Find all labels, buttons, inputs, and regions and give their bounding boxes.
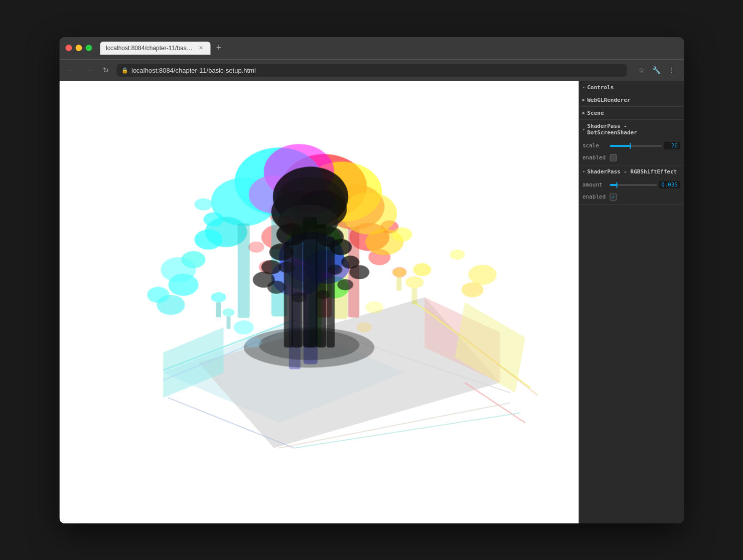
title-bar: localhost:8084/chapter-11/basic-se ✕ + <box>59 37 684 59</box>
mushroom-scene-svg <box>59 81 578 523</box>
svg-rect-95 <box>226 316 230 329</box>
svg-point-91 <box>258 330 359 360</box>
dot-shader-header[interactable]: ▾ ShaderPass - DotScreenShader <box>578 120 684 139</box>
more-menu-icon[interactable]: ⋮ <box>665 64 678 77</box>
content-area: ▾ Controls ▶ WebGLRenderer ▶ Scene <box>59 81 684 523</box>
amount-value: 0.035 <box>659 181 680 189</box>
scene-header[interactable]: ▶ Scene <box>578 107 684 119</box>
svg-rect-93 <box>216 302 221 317</box>
svg-point-49 <box>147 286 169 302</box>
svg-point-47 <box>161 257 196 282</box>
svg-rect-99 <box>411 288 417 304</box>
back-button[interactable]: ← <box>65 64 78 77</box>
tab-close-icon[interactable]: ✕ <box>197 45 204 52</box>
scene-chevron: ▶ <box>582 110 585 115</box>
svg-point-34 <box>413 263 431 276</box>
svg-point-86 <box>267 280 285 293</box>
maximize-button[interactable] <box>85 45 92 51</box>
rgb-enabled-label: enabled <box>582 194 608 200</box>
lock-icon: 🔒 <box>121 67 128 74</box>
amount-slider-thumb <box>616 182 617 188</box>
amount-slider-container: 0.035 <box>610 181 680 189</box>
svg-point-88 <box>291 292 306 302</box>
amount-label: amount <box>582 181 608 188</box>
dot-shader-section: ▾ ShaderPass - DotScreenShader scale <box>578 120 684 165</box>
svg-point-96 <box>392 267 406 276</box>
svg-point-101 <box>365 301 383 313</box>
scale-slider-thumb <box>630 143 631 149</box>
scale-label: scale <box>582 142 608 149</box>
webgl-renderer-section: ▶ WebGLRenderer <box>578 94 684 107</box>
scene-section: ▶ Scene <box>578 107 684 120</box>
scale-row: scale 26 <box>578 140 684 152</box>
url-text: localhost:8084/chapter-11/basic-setup.ht… <box>131 67 256 74</box>
svg-point-35 <box>450 249 465 259</box>
webgl-renderer-header[interactable]: ▶ WebGLRenderer <box>578 94 684 106</box>
svg-point-83 <box>349 265 369 279</box>
dot-enabled-label: enabled <box>582 154 608 161</box>
svg-point-33 <box>392 227 412 241</box>
amount-row: amount 0.035 <box>578 179 684 191</box>
scale-slider-fill <box>610 145 631 147</box>
scale-value: 26 <box>664 142 680 149</box>
svg-point-85 <box>328 264 342 274</box>
rgb-shader-label: ShaderPass - RGBShiftEffect <box>587 168 677 175</box>
active-tab[interactable]: localhost:8084/chapter-11/basic-se ✕ <box>100 42 210 55</box>
scene-canvas[interactable] <box>59 81 578 523</box>
svg-point-102 <box>245 337 261 348</box>
controls-panel: ▾ Controls ▶ WebGLRenderer ▶ Scene <box>578 81 684 523</box>
scene-label: Scene <box>587 110 604 116</box>
tab-title: localhost:8084/chapter-11/basic-se <box>106 45 193 52</box>
amount-slider[interactable] <box>610 184 657 186</box>
svg-rect-43 <box>237 223 249 317</box>
svg-point-94 <box>222 308 234 316</box>
controls-chevron: ▾ <box>582 85 585 90</box>
amount-slider-track <box>610 184 657 186</box>
traffic-lights <box>65 45 92 51</box>
svg-point-76 <box>276 223 306 245</box>
address-bar: ← → ↻ 🔒 localhost:8084/chapter-11/basic-… <box>59 59 684 81</box>
controls-title: Controls <box>587 84 614 91</box>
svg-point-29 <box>342 192 397 234</box>
svg-point-84 <box>278 261 294 272</box>
svg-point-50 <box>203 212 223 226</box>
svg-point-37 <box>468 264 496 284</box>
svg-point-78 <box>269 243 293 260</box>
webgl-renderer-label: WebGLRenderer <box>587 97 630 103</box>
scale-slider-track <box>610 145 662 147</box>
svg-rect-97 <box>396 276 401 290</box>
svg-point-51 <box>194 198 212 210</box>
svg-point-103 <box>357 322 372 332</box>
toolbar-icons: ☆ 🔧 ⋮ <box>635 64 678 77</box>
browser-window: localhost:8084/chapter-11/basic-se ✕ + ←… <box>59 37 684 523</box>
url-bar[interactable]: 🔒 localhost:8084/chapter-11/basic-setup.… <box>116 64 627 77</box>
minimize-button[interactable] <box>75 45 82 51</box>
svg-point-100 <box>233 320 253 334</box>
dot-shader-content: scale 26 enab <box>578 139 684 165</box>
dot-enabled-checkbox[interactable] <box>610 154 617 161</box>
svg-point-87 <box>337 279 353 290</box>
controls-header[interactable]: ▾ Controls <box>578 81 684 94</box>
forward-button[interactable]: → <box>82 64 95 77</box>
bookmark-icon[interactable]: ☆ <box>635 64 648 77</box>
rgb-shader-section: ▾ ShaderPass - RGBShiftEffect amount <box>578 165 684 205</box>
scale-slider[interactable] <box>610 145 662 147</box>
rgb-shader-content: amount 0.035 <box>578 178 684 204</box>
tab-bar: localhost:8084/chapter-11/basic-se ✕ + <box>100 42 678 55</box>
svg-point-92 <box>211 292 226 302</box>
new-tab-button[interactable]: + <box>212 42 225 55</box>
svg-point-79 <box>330 239 352 255</box>
amount-slider-fill <box>610 184 617 186</box>
webgl-chevron: ▶ <box>582 97 585 102</box>
rgb-chevron: ▾ <box>582 169 585 174</box>
rgb-enabled-row: enabled ✓ <box>578 191 684 203</box>
svg-point-26 <box>248 241 264 252</box>
reload-button[interactable]: ↻ <box>99 64 112 77</box>
close-button[interactable] <box>65 45 72 51</box>
dot-shader-label: ShaderPass - DotScreenShader <box>587 123 680 136</box>
dot-chevron: ▾ <box>582 127 585 132</box>
scale-slider-container: 26 <box>610 142 680 149</box>
rgb-shader-header[interactable]: ▾ ShaderPass - RGBShiftEffect <box>578 165 684 178</box>
extensions-icon[interactable]: 🔧 <box>650 64 663 77</box>
rgb-enabled-checkbox[interactable]: ✓ <box>610 194 617 201</box>
